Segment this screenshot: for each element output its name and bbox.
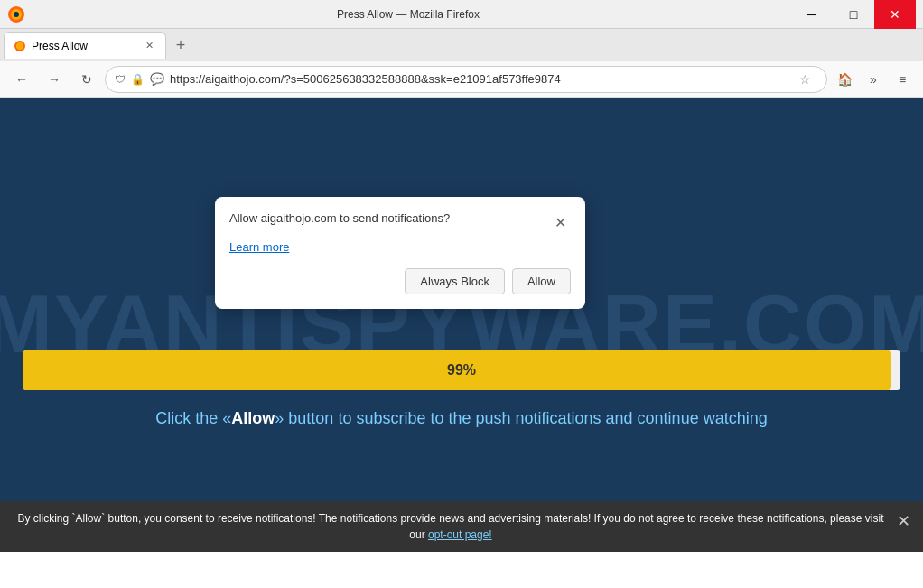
allow-button[interactable]: Allow <box>512 268 571 294</box>
back-button[interactable]: ← <box>7 65 36 94</box>
minimize-button[interactable]: ─ <box>791 0 833 29</box>
svg-point-2 <box>14 12 19 17</box>
titlebar-title: Press Allow — Mozilla Firefox <box>25 8 791 21</box>
tabbar: Press Allow ✕ + <box>0 29 923 61</box>
learn-more-link[interactable]: Learn more <box>229 240 571 254</box>
pocket-button[interactable]: 🏠 <box>831 66 858 93</box>
address-input[interactable] <box>170 72 787 86</box>
toolbar: ← → ↻ 🛡 🔒 💬 ☆ 🏠 » ≡ <box>0 61 923 98</box>
progress-bar-background: 99% <box>23 350 900 390</box>
popup-title: Allow aigaithojo.com to send notificatio… <box>229 211 549 225</box>
bottom-bar-text: By clicking `Allow` button, you consent … <box>14 510 887 543</box>
titlebar: Press Allow — Mozilla Firefox ─ □ ✕ <box>0 0 923 29</box>
svg-point-4 <box>16 42 23 50</box>
opt-out-link[interactable]: opt-out page! <box>428 528 492 541</box>
lock-icon: 🔒 <box>131 73 145 86</box>
refresh-button[interactable]: ↻ <box>72 65 101 94</box>
titlebar-controls: ─ □ ✕ <box>791 0 916 29</box>
watermark: MYANTISPYWARE.COM <box>0 98 923 552</box>
popup-close-button[interactable]: ✕ <box>549 211 571 233</box>
menu-button[interactable]: ≡ <box>889 66 916 93</box>
tab-favicon-icon <box>14 40 26 52</box>
bookmark-button[interactable]: ☆ <box>792 67 817 92</box>
extensions-button[interactable]: » <box>860 66 887 93</box>
address-bar[interactable]: 🛡 🔒 💬 ☆ <box>105 66 827 93</box>
always-block-button[interactable]: Always Block <box>405 268 505 294</box>
toolbar-right: 🏠 » ≡ <box>831 66 916 93</box>
notification-permissions-icon: 💬 <box>150 72 164 86</box>
shield-icon: 🛡 <box>115 73 126 86</box>
new-tab-button[interactable]: + <box>168 33 193 58</box>
progress-container: 99% <box>23 350 900 390</box>
tab-press-allow[interactable]: Press Allow ✕ <box>4 32 166 59</box>
forward-button[interactable]: → <box>40 65 69 94</box>
main-content: MYANTISPYWARE.COM 99% Click the «Allow» … <box>0 98 923 552</box>
popup-header: Allow aigaithojo.com to send notificatio… <box>229 211 571 233</box>
close-button[interactable]: ✕ <box>874 0 916 29</box>
maximize-button[interactable]: □ <box>833 0 874 29</box>
tab-close-button[interactable]: ✕ <box>142 39 156 53</box>
titlebar-left <box>7 5 25 23</box>
bottom-notification-bar: By clicking `Allow` button, you consent … <box>0 501 923 552</box>
popup-buttons: Always Block Allow <box>229 268 571 294</box>
bottom-bar-close-button[interactable]: ✕ <box>890 509 916 534</box>
cta-before-text: Click the « <box>155 409 231 427</box>
cta-after-text: » button to subscribe to the push notifi… <box>275 409 767 427</box>
firefox-logo-icon <box>7 5 25 23</box>
notification-popup: Allow aigaithojo.com to send notificatio… <box>215 197 585 309</box>
tab-title: Press Allow <box>32 40 136 52</box>
cta-text: Click the «Allow» button to subscribe to… <box>0 409 923 428</box>
progress-label: 99% <box>447 362 476 378</box>
cta-allow-text: Allow <box>231 409 275 427</box>
